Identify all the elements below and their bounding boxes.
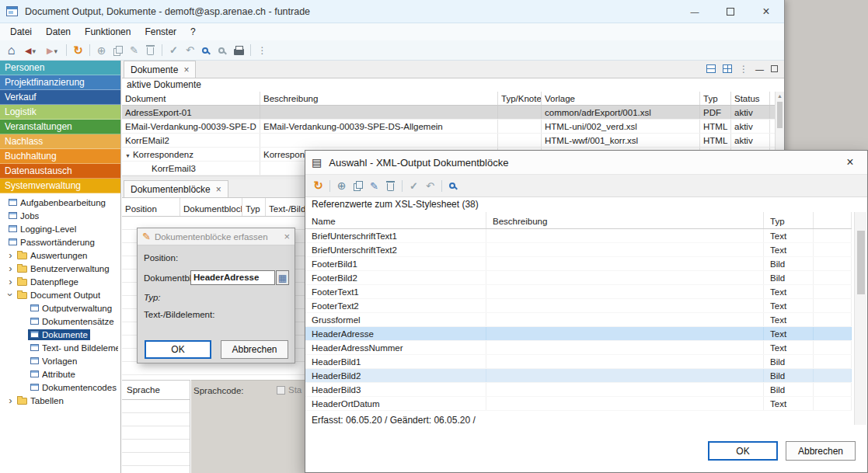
print-button[interactable] xyxy=(231,41,247,60)
confirm-button[interactable] xyxy=(406,176,422,195)
document-row[interactable]: AdressExport-01common/adrExport/001.xslP… xyxy=(122,106,775,120)
reference-row[interactable]: FooterBild2Bild xyxy=(305,271,852,285)
refresh-button[interactable] xyxy=(70,41,86,60)
tab-dokumente[interactable]: Dokumente xyxy=(124,61,196,78)
reference-vertical-scrollbar[interactable] xyxy=(854,212,866,425)
lookup-button[interactable] xyxy=(276,270,289,285)
tree-item-dokumente[interactable]: Dokumente xyxy=(0,328,120,341)
maximize-button[interactable] xyxy=(713,0,748,23)
expander-icon[interactable] xyxy=(6,251,15,260)
column-header-dokumentblock[interactable]: Dokumentblock xyxy=(180,198,242,216)
tab-dokumentenbloecke[interactable]: Dokumentenblöcke xyxy=(124,180,228,197)
search-secondary-button[interactable] xyxy=(214,41,231,60)
confirm-button[interactable] xyxy=(166,41,182,60)
sidebar-category-datenaustausch[interactable]: Datenaustausch xyxy=(0,164,120,179)
tree-item-document-output[interactable]: Document Output xyxy=(0,288,120,301)
minimize-panel-icon[interactable] xyxy=(755,64,764,75)
sidebar-category-personen[interactable]: Personen xyxy=(0,61,120,75)
search-button[interactable] xyxy=(445,176,462,195)
tree-item-passwort-nderung[interactable]: Passwortänderung xyxy=(0,235,120,249)
tree-item-outputverwaltung[interactable]: Outputverwaltung xyxy=(0,301,120,315)
reference-row[interactable]: HeaderBild2Bild xyxy=(305,369,852,383)
cancel-button[interactable]: Abbrechen xyxy=(786,441,856,461)
tree-item-aufgabenbearbeitung[interactable]: Aufgabenbearbeitung xyxy=(0,196,120,209)
cancel-button[interactable]: Abbrechen xyxy=(221,340,288,359)
document-row[interactable]: KorrEMail2HTML-wwf/001_korr.xslHTMLaktiv xyxy=(122,134,775,148)
collapse-icon[interactable] xyxy=(125,150,133,159)
menu-item-[interactable]: ? xyxy=(183,23,203,40)
sidebar-category-verkauf[interactable]: Verkauf xyxy=(0,90,120,105)
sidebar-category-buchhaltung[interactable]: Buchhaltung xyxy=(0,149,120,164)
toolbar-overflow-button[interactable] xyxy=(254,41,270,60)
undo-button[interactable] xyxy=(182,41,198,60)
tree-item-benutzerverwaltung[interactable]: Benutzerverwaltung xyxy=(0,262,120,275)
column-header-dokument[interactable]: Dokument xyxy=(122,92,260,105)
expander-icon[interactable] xyxy=(6,264,15,273)
home-button[interactable] xyxy=(3,41,19,60)
sidebar-category-veranstaltungen[interactable]: Veranstaltungen xyxy=(0,120,120,134)
split-horizontal-icon[interactable] xyxy=(706,64,716,73)
tab-close-icon[interactable] xyxy=(183,64,189,75)
tree-item-datenpflege[interactable]: Datenpflege xyxy=(0,275,120,288)
ok-button[interactable]: OK xyxy=(708,441,778,461)
tree-item-logging-level[interactable]: Logging-Level xyxy=(0,222,120,235)
ok-button[interactable]: OK xyxy=(145,340,211,359)
delete-button[interactable] xyxy=(382,176,399,195)
column-header-beschreibung[interactable]: Beschreibung xyxy=(260,92,498,105)
tree-item-vorlagen[interactable]: Vorlagen xyxy=(0,354,120,367)
restore-panel-icon[interactable] xyxy=(771,65,778,72)
delete-button[interactable] xyxy=(142,41,159,60)
search-button[interactable] xyxy=(198,41,214,60)
menu-item-daten[interactable]: Daten xyxy=(39,23,78,40)
menu-item-fenster[interactable]: Fenster xyxy=(138,23,183,40)
column-header-status[interactable]: Status xyxy=(731,92,770,105)
tree-item-tabellen[interactable]: Tabellen xyxy=(0,394,120,407)
menu-item-datei[interactable]: Datei xyxy=(3,23,39,40)
column-header-position[interactable]: Position xyxy=(122,198,180,216)
reference-row[interactable]: HeaderAdressNummerText xyxy=(305,341,852,355)
tree-item-text-und-bildelemente[interactable]: Text- und Bildelemente xyxy=(0,341,120,354)
add-button[interactable] xyxy=(93,41,110,60)
tree-item-dokumentens-tze[interactable]: Dokumentensätze xyxy=(0,315,120,328)
column-header-typ-knoten[interactable]: Typ/Knoten xyxy=(498,92,542,105)
close-button[interactable] xyxy=(748,0,784,23)
undo-button[interactable] xyxy=(422,176,438,195)
sidebar-category-systemverwaltung[interactable]: Systemverwaltung xyxy=(0,179,120,193)
tab-close-icon[interactable] xyxy=(216,184,221,195)
tree-item-attribute[interactable]: Attribute xyxy=(0,367,120,381)
split-grid-icon[interactable] xyxy=(723,64,732,73)
dokumentblock-input[interactable]: HeaderAdresse xyxy=(190,270,275,285)
copy-button[interactable] xyxy=(110,41,126,60)
edit-dialog-close-icon[interactable] xyxy=(284,231,290,242)
reference-row[interactable]: FooterText1Text xyxy=(305,285,852,299)
scrollbar-thumb[interactable] xyxy=(777,102,783,128)
sprache-column-header[interactable]: Sprache xyxy=(122,380,190,400)
column-header-beschreibung[interactable]: Beschreibung xyxy=(486,212,764,228)
reference-row[interactable]: BriefUnterschriftText2Text xyxy=(305,243,852,257)
sidebar-category-nachlass[interactable]: Nachlass xyxy=(0,134,120,149)
reference-row[interactable]: HeaderOrtDatumText xyxy=(305,397,852,411)
reference-row[interactable]: FooterText2Text xyxy=(305,299,852,313)
menu-item-funktionen[interactable]: Funktionen xyxy=(78,23,138,40)
standard-checkbox[interactable]: Sta xyxy=(277,385,302,395)
expander-icon[interactable] xyxy=(6,396,15,405)
expander-icon[interactable] xyxy=(6,290,15,300)
reference-row[interactable]: HeaderBild1Bild xyxy=(305,355,852,369)
add-button[interactable] xyxy=(333,176,350,195)
auswahl-close-button[interactable] xyxy=(833,151,867,174)
scrollbar-thumb[interactable] xyxy=(857,231,865,294)
refresh-button[interactable] xyxy=(310,176,326,195)
column-header-vorlage[interactable]: Vorlage xyxy=(542,92,700,105)
document-row[interactable]: EMail-Verdankung-00039-SPE-DEMail-Verdan… xyxy=(122,120,775,134)
sidebar-category-projektfinanzierung[interactable]: Projektfinanzierung xyxy=(0,75,120,90)
column-header-typ[interactable]: Typ xyxy=(700,92,731,105)
column-header-name[interactable]: Name xyxy=(305,212,486,228)
sidebar-category-logistik[interactable]: Logistik xyxy=(0,105,120,120)
copy-button[interactable] xyxy=(350,176,366,195)
back-button[interactable] xyxy=(19,41,41,60)
minimize-button[interactable] xyxy=(677,0,713,23)
reference-row[interactable]: GrussformelText xyxy=(305,313,852,327)
column-header-typ[interactable]: Typ xyxy=(764,212,814,228)
tree-item-dokumentencodes[interactable]: Dokumentencodes xyxy=(0,381,120,394)
edit-button[interactable] xyxy=(126,41,142,60)
